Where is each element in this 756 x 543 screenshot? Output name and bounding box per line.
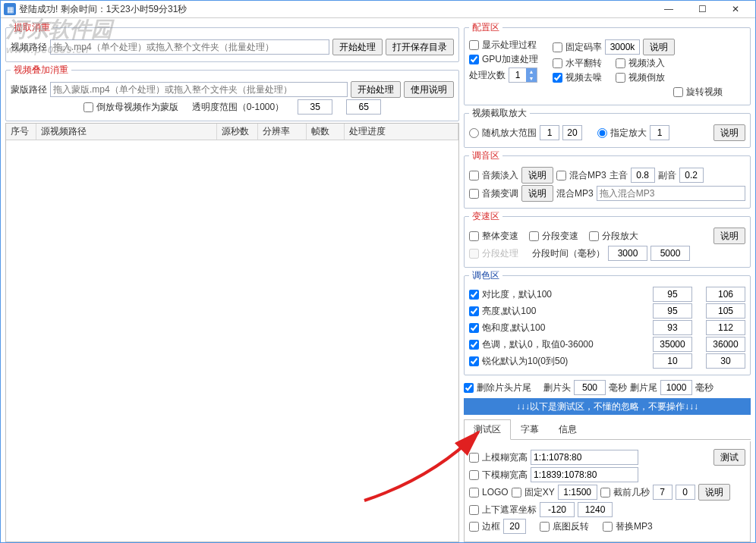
start-process-button[interactable]: 开始处理 [332,39,383,55]
color-legend: 调色区 [469,269,502,282]
test-button[interactable]: 测试 [713,449,745,466]
denoise-checkbox[interactable]: 视频去噪 [553,71,602,84]
color-row-0-b[interactable] [706,287,745,302]
close-button[interactable]: ✕ [719,1,752,17]
color-row-4-checkbox[interactable]: 锐化默认为10(0到50) [469,355,568,368]
invert-checkbox[interactable]: 底图反转 [540,520,589,533]
right-panel: 配置区 显示处理过程 GPU加速处理 处理次数 ▲▼ 固定码率 说明 [464,21,751,542]
audio-fadein-checkbox[interactable]: 音频淡入 [469,169,518,182]
seg-proc-checkbox: 分段处理 [469,247,518,260]
test-help-button[interactable]: 说明 [698,484,730,501]
gpu-checkbox[interactable]: GPU加速处理 [469,53,538,66]
cutfront-checkbox[interactable]: 截前几秒 [600,486,650,499]
tab-subtitle[interactable]: 字幕 [511,419,549,439]
seg-from-input[interactable] [608,246,647,261]
audio-help2-button[interactable]: 说明 [521,185,553,202]
col-index[interactable]: 序号 [6,124,36,140]
cutfront-a-input[interactable] [653,485,673,500]
audio-help1-button[interactable]: 说明 [521,167,553,184]
main-vol-input[interactable] [631,168,655,183]
border-input[interactable] [503,519,526,534]
main-vol-label: 主音 [610,169,628,182]
mixmp3-path-input[interactable] [597,186,745,201]
top-blur-input[interactable] [531,450,638,465]
col-path[interactable]: 源视频路径 [36,124,217,140]
color-row-2-checkbox[interactable]: 饱和度,默认100 [469,322,545,334]
titlebar: ▦ 登陆成功! 剩余时间：1天23小时59分31秒 — ☐ ✕ [1,1,755,18]
fixxy-input[interactable] [558,485,597,500]
opacity-to-input[interactable] [346,99,381,115]
process-times-spinner[interactable]: ▲▼ [509,67,537,83]
open-save-dir-button[interactable]: 打开保存目录 [386,39,454,55]
color-row-3-checkbox[interactable]: 色调，默认0，取值0-36000 [469,338,594,351]
mask-path-input[interactable] [50,82,348,97]
minimize-button[interactable]: — [652,1,685,17]
col-seconds[interactable]: 源秒数 [217,124,258,140]
opacity-from-input[interactable] [298,99,332,115]
bottom-blur-checkbox[interactable]: 下模糊宽高 [469,469,528,482]
mask-a-input[interactable] [540,502,575,517]
color-row-4-a[interactable] [653,353,692,369]
seg-to-input[interactable] [650,246,690,261]
show-log-checkbox[interactable]: 显示处理过程 [469,39,537,52]
cutfront-b-input[interactable] [676,485,695,500]
speed-help-button[interactable]: 说明 [713,228,745,244]
top-blur-checkbox[interactable]: 上模糊宽高 [469,451,528,464]
config-help-button[interactable]: 说明 [643,39,675,55]
trim-head-input[interactable] [574,380,606,395]
hflip-checkbox[interactable]: 水平翻转 [553,57,602,70]
video-path-input[interactable] [50,39,329,55]
video-path-label: 视频路径 [11,41,47,54]
mask-coord-checkbox[interactable]: 上下遮罩坐标 [469,504,537,516]
tab-bar: 测试区 字幕 信息 [464,419,751,440]
logo-checkbox[interactable]: LOGO [469,487,509,497]
color-row-0-checkbox[interactable]: 对比度，默认100 [469,288,552,301]
color-row-1-b[interactable] [706,303,745,319]
fixed-zoom-radio[interactable]: 指定放大 [597,127,647,140]
random-zoom-radio[interactable]: 随机放大范围 [469,127,537,140]
extract-legend: 提取消重 [11,21,53,34]
color-row-1-checkbox[interactable]: 亮度,默认100 [469,305,536,318]
color-row-1-a[interactable] [653,303,692,319]
bottom-blur-input[interactable] [531,467,638,482]
rotate-checkbox[interactable]: 旋转视频 [673,86,723,99]
overlay-start-button[interactable]: 开始处理 [351,81,401,98]
color-row-3-a[interactable] [653,337,692,352]
trim-tail-input[interactable] [660,380,692,395]
fadein-checkbox[interactable]: 视频淡入 [616,57,665,70]
mask-b-input[interactable] [578,502,613,517]
pitch-checkbox[interactable]: 音频变调 [469,187,518,200]
trim-checkbox[interactable]: 删除片头片尾 [464,381,531,394]
col-res[interactable]: 分辨率 [258,124,307,140]
period-zoom-checkbox[interactable]: 分段放大 [589,230,638,243]
overlay-help-button[interactable]: 使用说明 [404,81,454,98]
fixed-zoom-input[interactable] [650,125,669,140]
replace-mp3-checkbox[interactable]: 替换MP3 [603,520,653,533]
col-fps[interactable]: 帧数 [307,124,345,140]
col-progress[interactable]: 处理进度 [345,124,458,140]
warning-bar: ↓↓↓以下是测试区，不懂的忽略，不要操作↓↓↓ [464,398,751,415]
reverse-checkbox[interactable]: 视频倒放 [616,71,665,84]
reverse-mother-checkbox[interactable]: 倒放母视频作为蒙版 [83,101,178,114]
fixed-rate-checkbox[interactable]: 固定码率 [553,41,602,54]
whole-speed-checkbox[interactable]: 整体变速 [469,230,518,243]
sub-vol-input[interactable] [679,168,704,183]
fixxy-checkbox[interactable]: 固定XY [512,486,555,499]
color-row-2-b[interactable] [706,320,745,335]
color-row-2-a[interactable] [653,320,692,335]
rate-input[interactable] [605,39,640,55]
speed-legend: 变速区 [469,210,502,223]
border-checkbox[interactable]: 边框 [469,520,500,533]
mix-mp3-checkbox[interactable]: 混合MP3 [556,169,606,182]
color-row-4-b[interactable] [706,353,745,369]
period-speed-checkbox[interactable]: 分段变速 [529,230,578,243]
tab-info[interactable]: 信息 [549,419,587,439]
maximize-button[interactable]: ☐ [685,1,719,17]
rand-from-input[interactable] [540,125,559,140]
color-row-3-b[interactable] [706,337,745,352]
tab-test[interactable]: 测试区 [464,419,511,440]
crop-help-button[interactable]: 说明 [713,124,745,141]
color-row-0-a[interactable] [653,287,692,302]
rand-to-input[interactable] [562,125,582,140]
extract-fieldset: 提取消重 视频路径 开始处理 打开保存目录 [5,21,459,62]
